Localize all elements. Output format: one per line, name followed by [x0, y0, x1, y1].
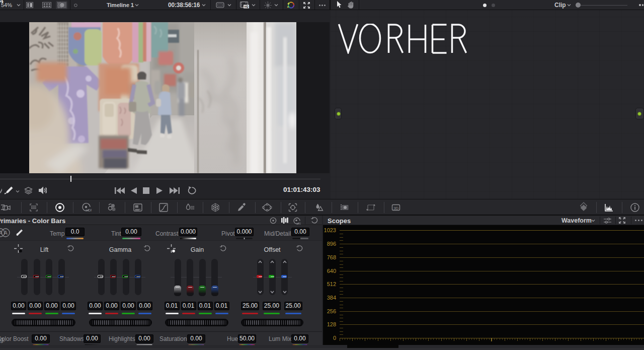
svg-text:3D: 3D	[393, 206, 398, 211]
svg-text:512: 512	[327, 281, 336, 287]
svg-text:896: 896	[327, 241, 336, 247]
svg-text:A: A	[4, 230, 8, 236]
svg-text:LOG: LOG	[297, 223, 301, 225]
svg-text:256: 256	[327, 308, 336, 314]
svg-text:0: 0	[333, 335, 336, 341]
svg-text:640: 640	[327, 268, 336, 274]
svg-text:128: 128	[327, 321, 336, 327]
svg-text:768: 768	[327, 254, 336, 260]
svg-text:1023: 1023	[324, 227, 336, 233]
svg-text:HDR: HDR	[86, 208, 92, 212]
svg-text:384: 384	[327, 295, 336, 301]
svg-text:HQ: HQ	[244, 5, 249, 8]
